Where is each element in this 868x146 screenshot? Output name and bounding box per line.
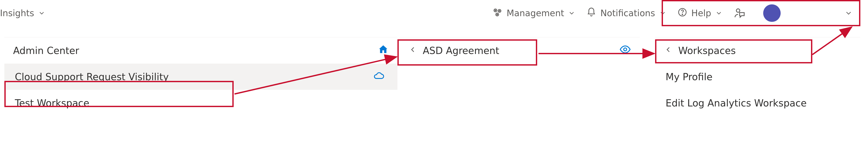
nav-management[interactable]: Management [492, 7, 576, 20]
list-item-cloud-support[interactable]: Cloud Support Request Visibility [4, 64, 397, 90]
list-item-label: My Profile [665, 71, 713, 82]
svg-point-5 [497, 14, 498, 15]
chevron-down-icon [715, 9, 722, 17]
svg-point-7 [682, 14, 683, 14]
list-item-edit-log-analytics[interactable]: Edit Log Analytics Workspace [655, 90, 860, 116]
nav-insights-label: Insights [0, 8, 34, 18]
top-nav: Insights Management Notifications [0, 0, 868, 26]
chevron-down-icon [38, 9, 45, 17]
bell-icon [586, 7, 596, 19]
svg-point-0 [494, 9, 497, 12]
panel-title: ASD Agreement [423, 45, 499, 56]
panel-header-admin-center[interactable]: Admin Center [4, 37, 397, 64]
svg-point-2 [498, 9, 501, 12]
nav-help[interactable]: Help [677, 7, 722, 19]
admin-center-list: Cloud Support Request Visibility Test Wo… [4, 64, 397, 116]
panel-header-asd-agreement[interactable]: ASD Agreement [400, 37, 640, 64]
panel-title: Workspaces [678, 45, 736, 56]
avatar [763, 4, 781, 22]
chevron-down-icon [844, 9, 853, 17]
list-item-my-profile[interactable]: My Profile [655, 64, 860, 90]
nav-notifications-label: Notifications [600, 8, 655, 18]
cloud-icon [373, 70, 384, 84]
svg-point-8 [736, 9, 740, 12]
admin-center-panel: Admin Center Cloud Support Request Visib… [4, 37, 397, 116]
nav-help-label: Help [691, 8, 711, 18]
panel-header-workspaces[interactable]: Workspaces [655, 37, 860, 64]
profile-menu[interactable] [756, 0, 862, 26]
list-item-label: Test Workspace [15, 97, 89, 109]
gear-icon [492, 7, 503, 20]
list-item-test-workspace[interactable]: Test Workspace [4, 90, 397, 116]
chevron-left-icon [408, 45, 417, 56]
chevron-left-icon [664, 45, 673, 56]
panel-title: Admin Center [13, 45, 79, 56]
svg-point-9 [624, 48, 627, 51]
chevron-down-icon [568, 9, 576, 17]
nav-management-label: Management [506, 8, 564, 18]
asd-agreement-panel: ASD Agreement [400, 37, 640, 64]
svg-point-4 [496, 13, 498, 16]
svg-point-1 [495, 10, 496, 11]
feedback-icon[interactable] [734, 7, 746, 19]
help-icon [677, 7, 687, 19]
nav-notifications[interactable]: Notifications [586, 7, 666, 19]
eye-icon [619, 43, 631, 57]
home-icon [378, 44, 389, 57]
list-item-label: Cloud Support Request Visibility [15, 71, 169, 82]
workspaces-panel: Workspaces My Profile Edit Log Analytics… [655, 37, 860, 116]
svg-point-3 [499, 10, 500, 11]
nav-insights[interactable]: Insights [0, 8, 45, 18]
chevron-down-icon [659, 9, 666, 17]
list-item-label: Edit Log Analytics Workspace [665, 97, 807, 109]
workspaces-list: My Profile Edit Log Analytics Workspace [655, 64, 860, 116]
